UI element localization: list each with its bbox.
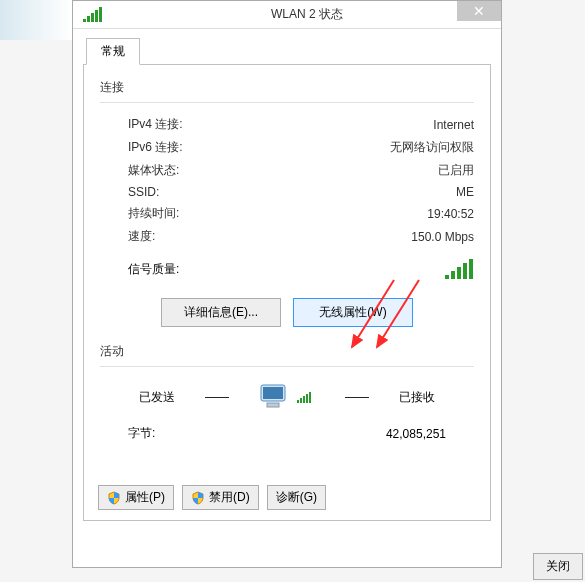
svg-rect-2 (91, 13, 94, 22)
properties-button-label: 属性(P) (125, 489, 165, 506)
separator-dash: —— (205, 390, 229, 404)
details-button[interactable]: 详细信息(E)... (161, 298, 281, 327)
ssid-value: ME (456, 185, 474, 199)
ssid-row: SSID: ME (100, 182, 474, 202)
duration-row: 持续时间: 19:40:52 (100, 202, 474, 225)
diagnose-button[interactable]: 诊断(G) (267, 485, 326, 510)
bytes-row: 字节: 42,085,251 (100, 417, 474, 442)
disable-button[interactable]: 禁用(D) (182, 485, 259, 510)
properties-button[interactable]: 属性(P) (98, 485, 174, 510)
signal-label: 信号质量: (128, 261, 179, 278)
duration-label: 持续时间: (128, 205, 179, 222)
signal-quality-row: 信号质量: (100, 248, 474, 288)
svg-rect-5 (445, 275, 449, 279)
svg-rect-7 (457, 267, 461, 279)
tab-general[interactable]: 常规 (86, 38, 140, 65)
signal-bars-icon (444, 258, 474, 280)
ipv6-label: IPv6 连接: (128, 139, 183, 156)
window-title: WLAN 2 状态 (113, 6, 501, 23)
ipv4-value: Internet (433, 118, 474, 132)
close-button[interactable]: 关闭 (533, 553, 583, 580)
bytes-label: 字节: (128, 425, 155, 442)
svg-rect-6 (451, 271, 455, 279)
computer-activity-icon (259, 383, 315, 411)
speed-label: 速度: (128, 228, 155, 245)
separator-dash: —— (345, 390, 369, 404)
tab-strip: 常规 (83, 37, 491, 65)
wireless-properties-button[interactable]: 无线属性(W) (293, 298, 413, 327)
connection-section-title: 连接 (100, 79, 474, 96)
speed-row: 速度: 150.0 Mbps (100, 225, 474, 248)
wifi-signal-icon (73, 7, 113, 23)
disable-button-label: 禁用(D) (209, 489, 250, 506)
duration-value: 19:40:52 (427, 207, 474, 221)
speed-value: 150.0 Mbps (411, 230, 474, 244)
svg-rect-1 (87, 16, 90, 22)
media-value: 已启用 (438, 162, 474, 179)
svg-rect-0 (83, 19, 86, 22)
svg-rect-19 (309, 392, 311, 403)
titlebar: WLAN 2 状态 ✕ (73, 1, 501, 29)
uac-shield-icon (107, 491, 121, 505)
media-label: 媒体状态: (128, 162, 179, 179)
activity-section-title: 活动 (100, 343, 474, 360)
ipv4-label: IPv4 连接: (128, 116, 183, 133)
svg-rect-14 (267, 403, 279, 407)
svg-rect-3 (95, 10, 98, 22)
svg-rect-9 (469, 259, 473, 279)
ssid-label: SSID: (128, 185, 159, 199)
received-label: 已接收 (399, 389, 435, 406)
svg-rect-18 (306, 394, 308, 403)
bytes-received-value: 42,085,251 (386, 427, 446, 441)
svg-rect-17 (303, 396, 305, 403)
tab-panel: 连接 IPv4 连接: Internet IPv6 连接: 无网络访问权限 媒体… (83, 65, 491, 521)
ipv4-row: IPv4 连接: Internet (100, 113, 474, 136)
uac-shield-icon (191, 491, 205, 505)
svg-rect-13 (263, 387, 283, 399)
sent-label: 已发送 (139, 389, 175, 406)
ipv6-value: 无网络访问权限 (390, 139, 474, 156)
svg-rect-8 (463, 263, 467, 279)
svg-rect-15 (297, 400, 299, 403)
diagnose-button-label: 诊断(G) (276, 489, 317, 506)
media-state-row: 媒体状态: 已启用 (100, 159, 474, 182)
activity-row: 已发送 —— —— (100, 377, 474, 417)
svg-rect-4 (99, 7, 102, 22)
close-icon[interactable]: ✕ (457, 1, 501, 21)
ipv6-row: IPv6 连接: 无网络访问权限 (100, 136, 474, 159)
wlan-status-dialog: WLAN 2 状态 ✕ 常规 连接 IPv4 连接: Internet IPv6… (72, 0, 502, 568)
svg-rect-16 (300, 398, 302, 403)
